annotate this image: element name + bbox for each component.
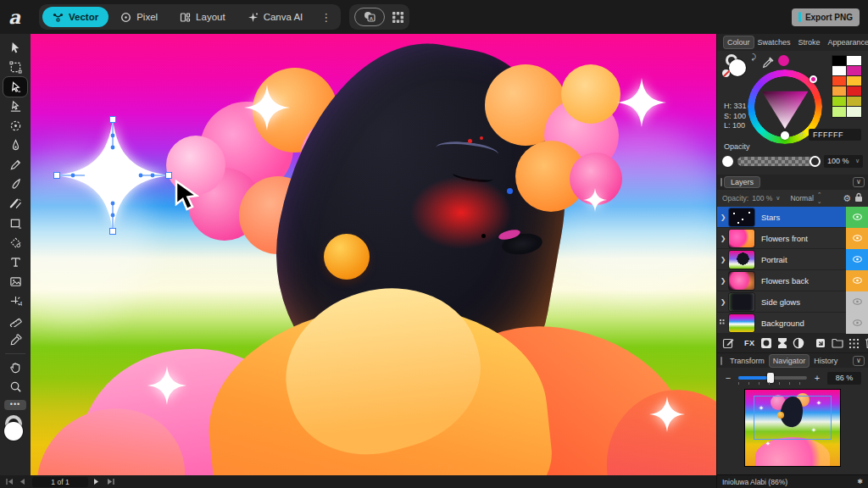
lock-icon[interactable] xyxy=(854,192,863,204)
tab-swatches[interactable]: Swatches xyxy=(754,36,794,48)
first-page-icon[interactable] xyxy=(5,478,14,485)
trash-icon[interactable] xyxy=(865,337,868,349)
swap-colours-icon[interactable]: ⤸ xyxy=(752,53,756,62)
group-folder-icon[interactable] xyxy=(832,338,843,348)
layer-row-flowers-front[interactable]: ❯ Flowers front xyxy=(717,228,868,249)
text-tool[interactable] xyxy=(3,252,27,272)
swatch[interactable] xyxy=(847,86,861,97)
swatch[interactable] xyxy=(847,97,861,107)
canvas[interactable] xyxy=(31,34,716,475)
artboard-tool[interactable] xyxy=(3,58,27,77)
rectangle-tool[interactable] xyxy=(3,214,27,233)
picked-colour-dot[interactable] xyxy=(778,55,789,66)
navigator-viewport-rect[interactable] xyxy=(754,396,832,440)
swatch[interactable] xyxy=(847,107,861,117)
tab-stroke[interactable]: Stroke xyxy=(795,36,824,48)
expand-chevron-icon[interactable]: ❯ xyxy=(717,214,729,221)
expand-chevron-icon[interactable]: ❯ xyxy=(717,277,729,285)
affinity-logo[interactable]: a xyxy=(8,6,31,28)
swatch[interactable] xyxy=(847,66,861,76)
colour-picker-tool[interactable] xyxy=(3,330,27,350)
visibility-toggle[interactable] xyxy=(846,270,868,291)
blend-mode-dropdown[interactable]: Normal xyxy=(790,194,813,202)
tab-pixel[interactable]: Pixel xyxy=(110,7,168,27)
zoom-slider[interactable] xyxy=(738,376,807,380)
shape-tool[interactable] xyxy=(3,233,27,252)
more-menu-icon[interactable]: ⋮ xyxy=(314,11,337,24)
next-page-icon[interactable] xyxy=(93,478,102,485)
hex-input[interactable]: FFFFFF xyxy=(809,129,861,141)
chevron-down-icon[interactable]: ∨ xyxy=(853,356,865,366)
pencil-tool[interactable] xyxy=(3,155,27,175)
layer-row-portrait[interactable]: ❯ Portrait xyxy=(717,249,868,270)
tab-layout[interactable]: Layout xyxy=(170,7,236,27)
page-indicator[interactable]: 1 of 1 xyxy=(32,477,88,487)
layer-row-flowers-back[interactable]: ❯ Flowers back xyxy=(717,270,868,291)
expand-chevron-icon[interactable]: ❯ xyxy=(717,235,729,242)
adjustment-icon[interactable] xyxy=(777,337,787,349)
prev-page-icon[interactable] xyxy=(19,478,27,485)
mask-icon[interactable] xyxy=(760,337,772,349)
zoom-in-button[interactable]: + xyxy=(813,373,821,383)
swatch[interactable] xyxy=(832,66,847,76)
move-tool[interactable] xyxy=(3,38,27,58)
zoom-value-field[interactable]: 86 % xyxy=(827,372,861,385)
swatch[interactable] xyxy=(847,76,861,86)
tab-history[interactable]: History xyxy=(810,355,841,367)
layers-opacity-value[interactable]: 100 % xyxy=(752,194,772,202)
pattern-grid-icon[interactable] xyxy=(849,338,860,349)
point-transform-tool[interactable]: 4 xyxy=(3,291,27,311)
tab-canva-ai[interactable]: Canva AI xyxy=(237,7,314,27)
tab-layers[interactable]: Layers xyxy=(725,177,760,187)
pen-tool[interactable] xyxy=(3,136,27,155)
colour-well[interactable] xyxy=(3,415,28,442)
node-handles[interactable] xyxy=(51,114,175,241)
opacity-slider[interactable] xyxy=(737,157,820,166)
edit-all-layers-icon[interactable] xyxy=(722,337,734,349)
swatch[interactable] xyxy=(832,107,847,117)
tab-vector[interactable]: Vector xyxy=(42,7,108,27)
visibility-toggle[interactable] xyxy=(846,228,868,249)
zoom-tool[interactable] xyxy=(3,377,27,396)
panel-grip[interactable] xyxy=(721,178,722,186)
layer-row-side-glows[interactable]: ❯ Side glows xyxy=(717,291,868,313)
blend-stepper-icon[interactable]: ⌃⌄ xyxy=(817,191,822,205)
opacity-value-dropdown[interactable]: 100 %∨ xyxy=(824,155,863,168)
rotate-tool[interactable] xyxy=(3,116,27,136)
tab-navigator[interactable]: Navigator xyxy=(770,355,810,367)
shape-text-toggle-icon[interactable]: A xyxy=(354,8,385,26)
hue-selector[interactable] xyxy=(810,75,817,83)
visibility-toggle[interactable] xyxy=(846,291,868,313)
swatch[interactable] xyxy=(832,56,847,66)
vector-brush-tool[interactable] xyxy=(3,175,27,194)
tab-transform[interactable]: Transform xyxy=(726,355,768,367)
opacity-slider-handle[interactable] xyxy=(810,156,821,167)
layer-effects-icon[interactable]: FX xyxy=(744,339,755,347)
picture-frame-tool[interactable] xyxy=(3,272,27,291)
panel-grip[interactable] xyxy=(721,357,722,365)
tab-appearance[interactable]: Appearance xyxy=(825,36,868,48)
chevron-down-icon[interactable]: ∨ xyxy=(853,177,865,187)
layer-row-stars[interactable]: ❯ Stars xyxy=(717,207,868,228)
chevron-down-icon[interactable]: ∨ xyxy=(776,195,780,202)
live-filter-icon[interactable] xyxy=(793,337,804,349)
fill-colour-circle[interactable] xyxy=(729,59,746,76)
pixel-brush-tool[interactable] xyxy=(3,194,27,214)
no-colour-icon[interactable] xyxy=(722,69,730,77)
tab-colour[interactable]: Colour xyxy=(724,36,754,48)
navigator-preview[interactable]: ✦ ✦ ✦ ✦ xyxy=(717,388,868,474)
export-png-button[interactable]: Export PNG xyxy=(792,8,860,26)
measure-tool[interactable] xyxy=(3,311,27,330)
visibility-toggle[interactable] xyxy=(846,207,868,228)
swatch[interactable] xyxy=(832,76,847,86)
layer-row-background[interactable]: Background xyxy=(717,313,868,334)
visibility-toggle[interactable] xyxy=(846,249,868,270)
gear-icon[interactable]: ⚙ xyxy=(843,193,851,204)
node-tool[interactable] xyxy=(3,77,27,97)
visibility-toggle[interactable] xyxy=(846,313,868,334)
fill-swatch[interactable] xyxy=(4,422,23,441)
swatch[interactable] xyxy=(832,97,847,107)
zoom-out-button[interactable]: − xyxy=(724,373,732,383)
last-page-icon[interactable] xyxy=(107,478,115,485)
favourite-star-icon[interactable]: ✱ xyxy=(857,478,863,485)
